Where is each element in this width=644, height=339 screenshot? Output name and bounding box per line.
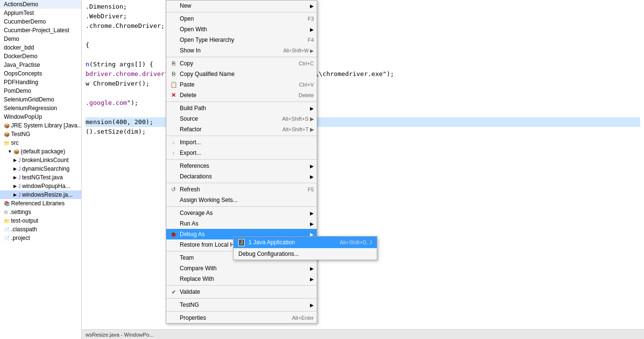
- export-icon: ↑: [169, 151, 178, 156]
- sidebar-item-dynamicsearching[interactable]: ▶ J dynamicSearching: [0, 164, 81, 173]
- java-icon3: J: [18, 175, 21, 180]
- sidebar-item-seleniumgrid[interactable]: SeleniumGridDemo: [0, 95, 81, 104]
- menu-item-source[interactable]: Source Alt+Shift+S ▶: [166, 113, 317, 124]
- menu-item-open-with[interactable]: Open With ▶: [166, 24, 317, 35]
- sidebar-item-cucumber-project[interactable]: Cucumber-Project_Latest: [0, 26, 81, 35]
- folder-icon: 📁: [4, 218, 10, 224]
- expand-icon3: ▶: [13, 166, 17, 171]
- menu-separator-6: [166, 183, 317, 183]
- sidebar-item-brokenlinks[interactable]: ▶ J brokenLinksCount: [0, 156, 81, 164]
- sidebar-item-default-pkg[interactable]: ▼ 📦 (default package): [0, 147, 81, 156]
- sidebar-item-windowsresize[interactable]: ▶ J windowsResize.ja...: [0, 190, 81, 199]
- sidebar-item-classpath[interactable]: 📄 .classpath: [0, 225, 81, 234]
- menu-item-delete[interactable]: ✕ Delete Delete: [166, 90, 317, 100]
- menu-item-references[interactable]: References ▶: [166, 161, 317, 171]
- sidebar-item-cucumberdemo[interactable]: CucumberDemo: [0, 17, 81, 26]
- menu-item-show-in[interactable]: Show In Alt+Shift+W ▶: [166, 45, 317, 56]
- delete-icon: ✕: [169, 92, 178, 99]
- testng-icon: 📦: [4, 132, 10, 137]
- sidebar-item-actionsdemo[interactable]: ActionsDemo: [0, 0, 81, 9]
- refresh-icon: ↺: [169, 186, 178, 193]
- menu-item-import[interactable]: ↓ Import...: [166, 137, 317, 148]
- java-icon4: J: [18, 184, 21, 189]
- settings-icon: ⚙: [4, 210, 8, 215]
- menu-item-copy[interactable]: ⎘ Copy Ctrl+C: [166, 58, 317, 69]
- menu-item-testng[interactable]: TestNG ▶: [166, 300, 317, 310]
- sidebar-item-seleniumreg[interactable]: SeleniumRegression: [0, 104, 81, 113]
- menu-item-declarations[interactable]: Declarations ▶: [166, 171, 317, 182]
- expand-icon: ▼: [8, 149, 12, 154]
- context-menu: New ▶ Open F3 Open With ▶ Open Type Hier…: [166, 0, 317, 324]
- sidebar-item-settings[interactable]: ⚙ .settings: [0, 208, 81, 216]
- sidebar-item-oops[interactable]: OopsConcepts: [0, 69, 81, 78]
- menu-separator-10: [166, 298, 317, 299]
- menu-separator-11: [166, 311, 317, 312]
- pkg-icon: 📦: [13, 149, 19, 154]
- sidebar-item-testng[interactable]: 📦 TestNG: [0, 130, 81, 138]
- sidebar-item-project[interactable]: 📄 .project: [0, 234, 81, 242]
- validate-icon: ✔: [169, 289, 178, 295]
- menu-item-validate[interactable]: ✔ Validate: [166, 287, 317, 297]
- menu-item-copy-qualified[interactable]: ⎘ Copy Qualified Name: [166, 69, 317, 79]
- menu-item-run-as[interactable]: Run As ▶: [166, 218, 317, 229]
- expand-icon4: ▶: [13, 175, 17, 180]
- menu-item-paste[interactable]: 📋 Paste Ctrl+V: [166, 79, 317, 90]
- menu-item-open[interactable]: Open F3: [166, 13, 317, 24]
- menu-item-assign-working-sets[interactable]: Assign Working Sets...: [166, 195, 317, 205]
- import-icon: ↓: [169, 140, 178, 145]
- menu-separator-5: [166, 159, 317, 160]
- menu-separator-1: [166, 12, 317, 13]
- sidebar-item-java-practise[interactable]: Java_Practise: [0, 61, 81, 69]
- menu-item-replace-with[interactable]: Replace With ▶: [166, 274, 317, 284]
- sidebar-item-reflibs[interactable]: 📚 Referenced Libraries: [0, 199, 81, 208]
- sidebar-item-src[interactable]: 📁 src: [0, 138, 81, 147]
- debug-icon: 🐞: [169, 231, 178, 238]
- sidebar-item-appiumtest[interactable]: AppiumTest: [0, 9, 81, 17]
- expand-icon2: ▶: [13, 158, 17, 163]
- menu-item-coverage-as[interactable]: Coverage As ▶: [166, 208, 317, 218]
- status-bar: wsResize.java - WindowPo...: [82, 329, 644, 339]
- menu-separator-4: [166, 136, 317, 136]
- menu-item-build-path[interactable]: Build Path ▶: [166, 103, 317, 113]
- sidebar-item-pomdemo[interactable]: PomDemo: [0, 87, 81, 95]
- debug-as-submenu: J 1 Java Application Alt+Shift+D, J Debu…: [233, 236, 377, 260]
- reflib-icon: 📚: [4, 201, 10, 206]
- menu-item-properties[interactable]: Properties Alt+Enter: [166, 313, 317, 323]
- sidebar-item-dockerdemo[interactable]: DockerDemo: [0, 52, 81, 61]
- menu-item-new[interactable]: New ▶: [166, 0, 317, 11]
- sidebar-item-docker-bdd[interactable]: docker_bdd: [0, 43, 81, 52]
- copy-icon: ⎘: [169, 60, 178, 67]
- menu-item-compare-with[interactable]: Compare With ▶: [166, 263, 317, 274]
- submenu-item-java-app[interactable]: J 1 Java Application Alt+Shift+D, J: [234, 237, 377, 248]
- src-icon: 📁: [4, 140, 10, 146]
- status-text: wsResize.java - WindowPo...: [86, 332, 154, 338]
- sidebar-item-windowpopup[interactable]: WindowPopUp: [0, 113, 81, 121]
- menu-item-refactor[interactable]: Refactor Alt+Shift+T ▶: [166, 124, 317, 135]
- java-icon5: J: [18, 192, 21, 198]
- expand-icon6: ▶: [13, 192, 17, 197]
- sidebar-item-testng-test[interactable]: ▶ J testNGTest.java: [0, 173, 81, 182]
- menu-item-open-type-hierarchy[interactable]: Open Type Hierarchy F4: [166, 35, 317, 45]
- menu-separator-2: [166, 57, 317, 57]
- jre-icon: 📦: [4, 123, 10, 128]
- sidebar-item-windowpopup-ha[interactable]: ▶ J windowPopupHa...: [0, 182, 81, 190]
- paste-icon: 📋: [169, 81, 178, 88]
- sidebar-item-pdf[interactable]: PDFHandling: [0, 78, 81, 87]
- menu-item-refresh[interactable]: ↺ Refresh F5: [166, 184, 317, 195]
- menu-separator-9: [166, 285, 317, 286]
- sidebar-item-demo[interactable]: Demo: [0, 35, 81, 43]
- menu-separator-3: [166, 101, 317, 102]
- menu-separator-7: [166, 206, 317, 207]
- menu-item-export[interactable]: ↑ Export...: [166, 148, 317, 158]
- sidebar-item-jre[interactable]: 📦 JRE System Library [Java...: [0, 121, 81, 130]
- classpath-icon: 📄: [4, 227, 10, 232]
- project-icon: 📄: [4, 236, 10, 241]
- file-explorer-sidebar: ActionsDemo AppiumTest CucumberDemo Cucu…: [0, 0, 82, 339]
- java-app-icon: J: [238, 239, 245, 246]
- copy2-icon: ⎘: [169, 71, 178, 77]
- expand-icon5: ▶: [13, 184, 17, 188]
- java-icon: J: [18, 158, 21, 163]
- submenu-item-debug-configs[interactable]: Debug Configurations...: [234, 248, 377, 260]
- sidebar-item-test-output[interactable]: 📁 test-output: [0, 216, 81, 225]
- java-icon2: J: [18, 166, 21, 172]
